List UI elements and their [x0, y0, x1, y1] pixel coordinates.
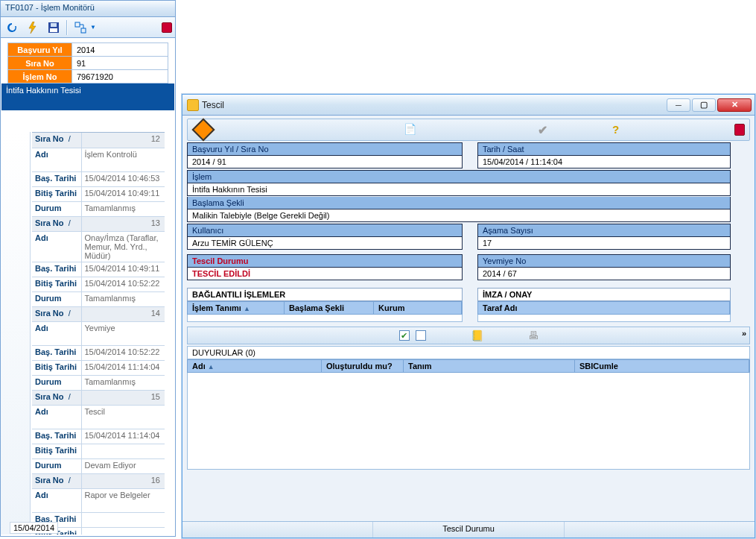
tescil-title: Tescil — [202, 100, 224, 110]
imza-onay-header[interactable]: Taraf Adı — [477, 301, 731, 315]
process-name-bar: İntifa Hakkının Tesisi — [1, 83, 174, 110]
document-icon[interactable] — [404, 123, 417, 136]
tescil-toolbar — [187, 119, 750, 141]
svg-rect-4 — [81, 28, 86, 33]
dropdown-arrow-icon[interactable]: ▼ — [90, 24, 96, 31]
minimize-button[interactable]: ─ — [667, 98, 690, 112]
asama-sayisi-value: 17 — [478, 237, 730, 249]
duyurular-header[interactable]: Adı ▲ Oluşturuldu mu? Tanım SBICumle — [187, 359, 750, 373]
islem-label: İşlem — [188, 171, 730, 183]
basvuru-yil-value: 2014 — [72, 43, 168, 57]
step-row[interactable]: AdıYevmiye — [32, 321, 165, 345]
col-kurum[interactable]: Kurum — [374, 302, 462, 314]
duyurular-title: DUYURULAR (0) — [187, 346, 750, 359]
step-row[interactable]: DurumTamamlanmış — [32, 201, 165, 216]
step-row[interactable]: Baş. Tarihi15/04/2014 11:14:04 — [32, 429, 165, 444]
status-cell-1 — [182, 522, 373, 538]
step-row[interactable]: DurumDevam Ediyor — [32, 458, 165, 473]
step-row[interactable]: Sıra No /16 — [32, 473, 165, 488]
help-icon[interactable] — [612, 123, 626, 136]
baslama-sekli-value: Malikin Talebiyle (Belge Gerekli Değil) — [188, 209, 730, 221]
tescil-durumu-label: Tescil Durumu — [188, 255, 462, 268]
col-islem-tanimi[interactable]: İşlem Tanımı ▲ — [188, 302, 285, 314]
col-taraf-adi[interactable]: Taraf Adı — [478, 302, 730, 314]
col-baslama-sekli[interactable]: Başlama Şekli — [285, 302, 374, 314]
print-icon[interactable] — [528, 330, 539, 341]
step-row[interactable]: Baş. Tarihi15/04/2014 10:46:53 — [32, 171, 165, 186]
islem-no-value: 79671920 — [72, 70, 168, 83]
kullanici-label: Kullanıcı — [188, 224, 462, 237]
step-row[interactable]: AdıTescil — [32, 405, 165, 429]
basvuru-sira-label: Başvuru Yıl / Sıra No — [188, 143, 462, 156]
step-list-panel[interactable]: Sıra No /12Adıİşlem KontrolüBaş. Tarihi1… — [32, 132, 165, 535]
side-splitter[interactable] — [1, 132, 31, 535]
step-row[interactable]: Baş. Tarihi15/04/2014 10:52:22 — [32, 345, 165, 360]
baglantili-islemler-body[interactable] — [187, 315, 463, 322]
monitor-window: TF0107 - İşlem Monitörü ▼ Başvuru Yıl 20… — [0, 0, 176, 537]
baglantili-islemler-header[interactable]: İşlem Tanımı ▲ Başlama Şekli Kurum — [187, 301, 463, 315]
lightning-icon[interactable] — [25, 19, 41, 36]
status-cell-2: Tescil Durumu — [373, 522, 564, 538]
step-row[interactable]: Sıra No /15 — [32, 390, 165, 405]
imza-onay-title: İMZA / ONAY — [477, 288, 731, 301]
step-row[interactable]: Baş. Tarihi15/04/2014 10:49:11 — [32, 262, 165, 277]
step-row[interactable]: Sıra No /13 — [32, 216, 165, 231]
sira-no-value: 91 — [72, 57, 168, 70]
checkbox-checked[interactable] — [399, 330, 410, 341]
summary-table: Başvuru Yıl 2014 Sıra No 91 İşlem No 796… — [7, 42, 168, 83]
islem-no-label: İşlem No — [8, 70, 72, 83]
asama-sayisi-label: Aşama Sayısı — [478, 224, 730, 237]
step-row[interactable]: Bitiş Tarihi15/04/2014 11:14:04 — [32, 360, 165, 375]
save-icon[interactable] — [45, 19, 62, 36]
maximize-button[interactable]: ▢ — [692, 98, 716, 112]
duyurular-body[interactable] — [187, 373, 750, 470]
close-button[interactable]: ✕ — [717, 98, 752, 112]
layout-icon[interactable] — [72, 19, 89, 36]
tarih-saat-label: Tarih / Saat — [478, 143, 730, 156]
step-row[interactable]: Bitiş Tarihi15/04/2014 10:49:11 — [32, 186, 165, 201]
step-row[interactable]: DurumTamamlanmış — [32, 375, 165, 390]
footer-date: 15/04/2014 — [10, 522, 58, 534]
monitor-title: TF0107 - İşlem Monitörü — [1, 1, 175, 17]
status-bar: Tescil Durumu — [182, 521, 755, 538]
basvuru-sira-value: 2014 / 91 — [188, 156, 462, 168]
baslama-sekli-label: Başlama Şekli — [188, 197, 730, 209]
baglantili-islemler-title: BAĞLANTILI İŞLEMLER — [187, 288, 463, 301]
diamond-icon[interactable] — [191, 118, 215, 141]
col-sbicumle[interactable]: SBICumle — [575, 360, 749, 372]
col-adi[interactable]: Adı ▲ — [188, 360, 322, 372]
tescil-window: Tescil ─ ▢ ✕ Başvuru Yıl / Sıra No 2014 … — [182, 94, 755, 538]
refresh-icon[interactable] — [4, 19, 20, 36]
col-olusturuldu[interactable]: Oluşturuldu mu? — [322, 360, 404, 372]
yevmiye-no-label: Yevmiye No — [478, 255, 730, 268]
svg-rect-3 — [75, 22, 80, 27]
window-icon — [187, 99, 199, 111]
step-row[interactable]: DurumTamamlanmış — [32, 291, 165, 306]
step-row[interactable]: AdıRapor ve Belgeler — [32, 488, 165, 512]
toolbar-separator — [66, 20, 68, 35]
islem-value: İntifa Hakkının Tesisi — [188, 183, 730, 195]
step-row[interactable]: AdıOnay/İmza (Taraflar, Memur, Md. Yrd.,… — [32, 231, 165, 262]
step-row[interactable]: Sıra No /12 — [32, 133, 165, 148]
tescil-titlebar[interactable]: Tescil ─ ▢ ✕ — [182, 95, 755, 116]
step-row[interactable]: Sıra No /14 — [32, 306, 165, 321]
checkbox-unchecked[interactable] — [416, 330, 426, 341]
check-icon[interactable] — [538, 123, 551, 136]
step-row[interactable]: Adıİşlem Kontrolü — [32, 148, 165, 171]
yevmiye-no-value: 2014 / 67 — [478, 268, 730, 280]
folder-icon[interactable] — [471, 330, 483, 341]
step-row[interactable]: Bitiş Tarihi15/04/2014 10:52:22 — [32, 277, 165, 291]
tarih-saat-value: 15/04/2014 / 11:14:04 — [478, 156, 730, 168]
exit-door-icon[interactable] — [734, 124, 745, 136]
tescil-durumu-value: TESCİL EDİLDİ — [188, 268, 462, 280]
col-tanim[interactable]: Tanım — [404, 360, 575, 372]
more-button[interactable]: » — [742, 329, 746, 338]
monitor-toolbar: ▼ — [1, 17, 175, 38]
step-row[interactable]: Bitiş Tarihi — [32, 444, 165, 458]
duyuru-toolbar: » — [187, 327, 750, 344]
sira-no-label: Sıra No — [8, 57, 72, 70]
imza-onay-body[interactable] — [477, 315, 731, 322]
basvuru-yil-label: Başvuru Yıl — [8, 43, 72, 57]
exit-icon[interactable] — [162, 22, 172, 33]
svg-rect-1 — [50, 28, 57, 32]
